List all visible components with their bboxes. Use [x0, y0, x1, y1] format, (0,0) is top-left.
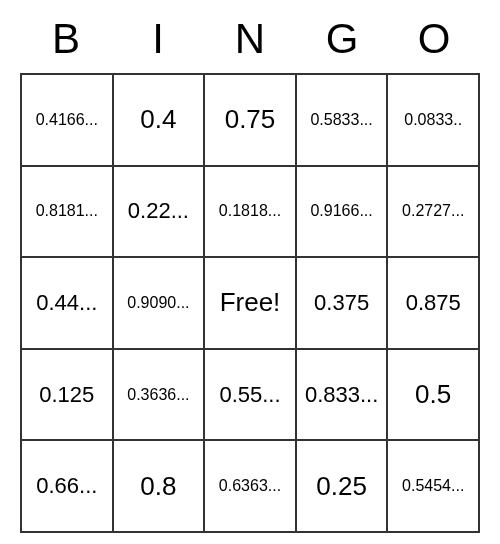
- bingo-cell: 0.4166...: [21, 74, 113, 166]
- header-g: G: [296, 15, 388, 63]
- bingo-grid: 0.4166...0.40.750.5833...0.0833..0.8181.…: [20, 73, 480, 533]
- bingo-cell: 0.2727...: [387, 166, 479, 258]
- header-b: B: [20, 15, 112, 63]
- bingo-cell: 0.375: [296, 257, 388, 349]
- bingo-cell: 0.66...: [21, 440, 113, 532]
- bingo-cell: 0.9166...: [296, 166, 388, 258]
- bingo-header-row: B I N G O: [20, 15, 480, 63]
- bingo-cell: 0.875: [387, 257, 479, 349]
- header-o: O: [388, 15, 480, 63]
- bingo-cell: 0.833...: [296, 349, 388, 441]
- bingo-cell: 0.5454...: [387, 440, 479, 532]
- bingo-cell: 0.125: [21, 349, 113, 441]
- bingo-cell: 0.5833...: [296, 74, 388, 166]
- bingo-cell: 0.8181...: [21, 166, 113, 258]
- bingo-cell: 0.5: [387, 349, 479, 441]
- bingo-card: B I N G O 0.4166...0.40.750.5833...0.083…: [20, 15, 480, 533]
- header-i: I: [112, 15, 204, 63]
- bingo-cell: 0.4: [113, 74, 205, 166]
- bingo-cell: 0.55...: [204, 349, 296, 441]
- bingo-cell: 0.8: [113, 440, 205, 532]
- bingo-cell: 0.25: [296, 440, 388, 532]
- bingo-cell: 0.9090...: [113, 257, 205, 349]
- bingo-cell: 0.6363...: [204, 440, 296, 532]
- bingo-cell: 0.1818...: [204, 166, 296, 258]
- bingo-cell: 0.44...: [21, 257, 113, 349]
- bingo-cell: 0.0833..: [387, 74, 479, 166]
- header-n: N: [204, 15, 296, 63]
- bingo-cell: 0.75: [204, 74, 296, 166]
- bingo-cell: Free!: [204, 257, 296, 349]
- bingo-cell: 0.3636...: [113, 349, 205, 441]
- bingo-cell: 0.22...: [113, 166, 205, 258]
